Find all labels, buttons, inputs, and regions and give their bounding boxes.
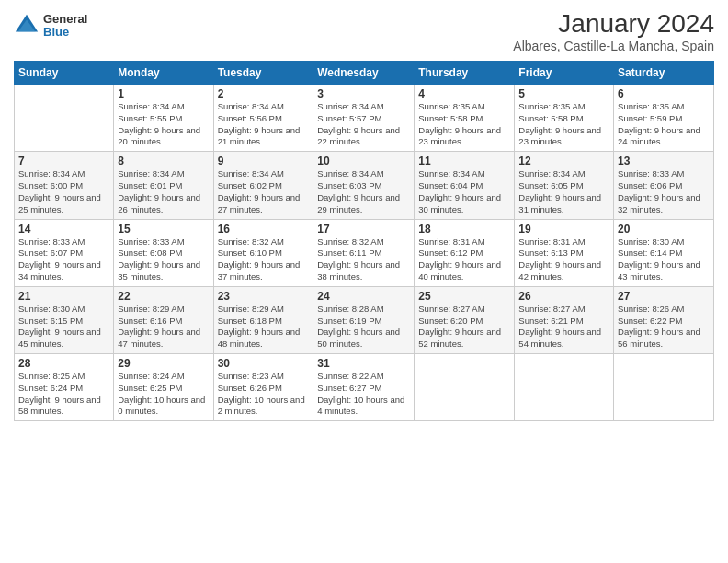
day-info: Sunrise: 8:34 AMSunset: 6:03 PMDaylight:… bbox=[317, 168, 410, 215]
calendar-table: SundayMondayTuesdayWednesdayThursdayFrid… bbox=[14, 61, 714, 421]
header: General Blue January 2024 Albares, Casti… bbox=[14, 9, 714, 53]
calendar-cell: 4Sunrise: 8:35 AMSunset: 5:58 PMDaylight… bbox=[415, 85, 515, 152]
day-number: 16 bbox=[218, 223, 310, 236]
day-info: Sunrise: 8:34 AMSunset: 5:55 PMDaylight:… bbox=[118, 101, 209, 148]
calendar-cell bbox=[15, 85, 114, 152]
calendar-cell: 9Sunrise: 8:34 AMSunset: 6:02 PMDaylight… bbox=[213, 152, 313, 219]
day-number: 23 bbox=[218, 290, 310, 303]
day-number: 17 bbox=[317, 223, 410, 236]
page: General Blue January 2024 Albares, Casti… bbox=[0, 0, 728, 563]
day-info: Sunrise: 8:34 AMSunset: 6:05 PMDaylight:… bbox=[518, 168, 609, 215]
day-info: Sunrise: 8:32 AMSunset: 6:11 PMDaylight:… bbox=[317, 236, 410, 283]
day-header-friday: Friday bbox=[515, 62, 614, 85]
calendar-cell: 5Sunrise: 8:35 AMSunset: 5:58 PMDaylight… bbox=[515, 85, 614, 152]
calendar-week-row: 1Sunrise: 8:34 AMSunset: 5:55 PMDaylight… bbox=[15, 85, 714, 152]
calendar-cell: 12Sunrise: 8:34 AMSunset: 6:05 PMDayligh… bbox=[515, 152, 614, 219]
calendar-cell: 6Sunrise: 8:35 AMSunset: 5:59 PMDaylight… bbox=[614, 85, 714, 152]
day-info: Sunrise: 8:32 AMSunset: 6:10 PMDaylight:… bbox=[218, 236, 310, 283]
calendar-cell: 14Sunrise: 8:33 AMSunset: 6:07 PMDayligh… bbox=[15, 219, 114, 286]
calendar-cell: 15Sunrise: 8:33 AMSunset: 6:08 PMDayligh… bbox=[114, 219, 213, 286]
calendar-cell: 17Sunrise: 8:32 AMSunset: 6:11 PMDayligh… bbox=[313, 219, 415, 286]
day-info: Sunrise: 8:33 AMSunset: 6:07 PMDaylight:… bbox=[18, 236, 109, 283]
day-info: Sunrise: 8:34 AMSunset: 6:01 PMDaylight:… bbox=[118, 168, 209, 215]
calendar-cell: 1Sunrise: 8:34 AMSunset: 5:55 PMDaylight… bbox=[114, 85, 213, 152]
day-number: 11 bbox=[418, 155, 510, 167]
day-number: 4 bbox=[418, 87, 510, 100]
calendar-week-row: 7Sunrise: 8:34 AMSunset: 6:00 PMDaylight… bbox=[15, 152, 714, 219]
calendar-cell bbox=[415, 354, 515, 421]
day-info: Sunrise: 8:29 AMSunset: 6:18 PMDaylight:… bbox=[218, 304, 310, 350]
calendar-cell: 27Sunrise: 8:26 AMSunset: 6:22 PMDayligh… bbox=[614, 286, 714, 353]
day-info: Sunrise: 8:34 AMSunset: 5:56 PMDaylight:… bbox=[218, 101, 310, 148]
day-info: Sunrise: 8:34 AMSunset: 6:04 PMDaylight:… bbox=[418, 168, 510, 215]
day-number: 12 bbox=[518, 155, 609, 167]
logo-text: General Blue bbox=[43, 13, 87, 40]
day-info: Sunrise: 8:22 AMSunset: 6:27 PMDaylight:… bbox=[317, 371, 410, 418]
day-number: 28 bbox=[18, 357, 109, 370]
calendar-week-row: 28Sunrise: 8:25 AMSunset: 6:24 PMDayligh… bbox=[15, 354, 714, 421]
day-header-tuesday: Tuesday bbox=[213, 62, 313, 85]
day-number: 8 bbox=[118, 155, 209, 167]
day-info: Sunrise: 8:30 AMSunset: 6:14 PMDaylight:… bbox=[618, 236, 710, 283]
day-info: Sunrise: 8:33 AMSunset: 6:08 PMDaylight:… bbox=[118, 236, 209, 283]
day-info: Sunrise: 8:28 AMSunset: 6:19 PMDaylight:… bbox=[317, 304, 410, 350]
day-number: 5 bbox=[518, 87, 609, 100]
day-info: Sunrise: 8:24 AMSunset: 6:25 PMDaylight:… bbox=[118, 371, 209, 418]
calendar-cell: 3Sunrise: 8:34 AMSunset: 5:57 PMDaylight… bbox=[313, 85, 415, 152]
day-number: 25 bbox=[418, 290, 510, 303]
day-number: 1 bbox=[118, 87, 209, 100]
calendar-cell: 25Sunrise: 8:27 AMSunset: 6:20 PMDayligh… bbox=[415, 286, 515, 353]
calendar-week-row: 14Sunrise: 8:33 AMSunset: 6:07 PMDayligh… bbox=[15, 219, 714, 286]
calendar-cell: 29Sunrise: 8:24 AMSunset: 6:25 PMDayligh… bbox=[114, 354, 213, 421]
day-info: Sunrise: 8:27 AMSunset: 6:21 PMDaylight:… bbox=[518, 304, 609, 350]
day-info: Sunrise: 8:34 AMSunset: 6:00 PMDaylight:… bbox=[18, 168, 109, 215]
logo-icon bbox=[14, 13, 40, 39]
day-info: Sunrise: 8:23 AMSunset: 6:26 PMDaylight:… bbox=[218, 371, 310, 418]
logo-blue: Blue bbox=[43, 26, 87, 39]
calendar-cell: 18Sunrise: 8:31 AMSunset: 6:12 PMDayligh… bbox=[415, 219, 515, 286]
calendar-cell: 7Sunrise: 8:34 AMSunset: 6:00 PMDaylight… bbox=[15, 152, 114, 219]
calendar-cell bbox=[515, 354, 614, 421]
day-info: Sunrise: 8:30 AMSunset: 6:15 PMDaylight:… bbox=[18, 304, 109, 350]
day-info: Sunrise: 8:35 AMSunset: 5:58 PMDaylight:… bbox=[418, 101, 510, 148]
logo-general: General bbox=[43, 13, 87, 26]
calendar-cell: 20Sunrise: 8:30 AMSunset: 6:14 PMDayligh… bbox=[614, 219, 714, 286]
calendar-cell: 30Sunrise: 8:23 AMSunset: 6:26 PMDayligh… bbox=[213, 354, 313, 421]
header-row: SundayMondayTuesdayWednesdayThursdayFrid… bbox=[15, 62, 714, 85]
day-number: 3 bbox=[317, 87, 410, 100]
day-number: 15 bbox=[118, 223, 209, 236]
day-header-monday: Monday bbox=[114, 62, 213, 85]
day-number: 7 bbox=[18, 155, 109, 167]
calendar-cell: 8Sunrise: 8:34 AMSunset: 6:01 PMDaylight… bbox=[114, 152, 213, 219]
day-number: 20 bbox=[618, 223, 710, 236]
calendar-cell: 11Sunrise: 8:34 AMSunset: 6:04 PMDayligh… bbox=[415, 152, 515, 219]
day-info: Sunrise: 8:27 AMSunset: 6:20 PMDaylight:… bbox=[418, 304, 510, 350]
day-header-thursday: Thursday bbox=[415, 62, 515, 85]
day-number: 19 bbox=[518, 223, 609, 236]
day-number: 27 bbox=[618, 290, 710, 303]
day-number: 21 bbox=[18, 290, 109, 303]
day-number: 2 bbox=[218, 87, 310, 100]
day-info: Sunrise: 8:35 AMSunset: 5:59 PMDaylight:… bbox=[618, 101, 710, 148]
calendar-cell bbox=[614, 354, 714, 421]
day-number: 30 bbox=[218, 357, 310, 370]
day-number: 9 bbox=[218, 155, 310, 167]
day-info: Sunrise: 8:26 AMSunset: 6:22 PMDaylight:… bbox=[618, 304, 710, 350]
day-info: Sunrise: 8:25 AMSunset: 6:24 PMDaylight:… bbox=[18, 371, 109, 418]
calendar-cell: 10Sunrise: 8:34 AMSunset: 6:03 PMDayligh… bbox=[313, 152, 415, 219]
day-info: Sunrise: 8:34 AMSunset: 5:57 PMDaylight:… bbox=[317, 101, 410, 148]
day-info: Sunrise: 8:35 AMSunset: 5:58 PMDaylight:… bbox=[518, 101, 609, 148]
title-block: January 2024 Albares, Castille-La Mancha… bbox=[513, 9, 714, 53]
calendar-cell: 31Sunrise: 8:22 AMSunset: 6:27 PMDayligh… bbox=[313, 354, 415, 421]
calendar-cell: 13Sunrise: 8:33 AMSunset: 6:06 PMDayligh… bbox=[614, 152, 714, 219]
day-number: 29 bbox=[118, 357, 209, 370]
day-number: 14 bbox=[18, 223, 109, 236]
day-info: Sunrise: 8:34 AMSunset: 6:02 PMDaylight:… bbox=[218, 168, 310, 215]
day-number: 13 bbox=[618, 155, 710, 167]
day-header-saturday: Saturday bbox=[614, 62, 714, 85]
calendar-cell: 19Sunrise: 8:31 AMSunset: 6:13 PMDayligh… bbox=[515, 219, 614, 286]
day-info: Sunrise: 8:31 AMSunset: 6:13 PMDaylight:… bbox=[518, 236, 609, 283]
logo: General Blue bbox=[14, 13, 87, 40]
calendar-cell: 24Sunrise: 8:28 AMSunset: 6:19 PMDayligh… bbox=[313, 286, 415, 353]
calendar-week-row: 21Sunrise: 8:30 AMSunset: 6:15 PMDayligh… bbox=[15, 286, 714, 353]
